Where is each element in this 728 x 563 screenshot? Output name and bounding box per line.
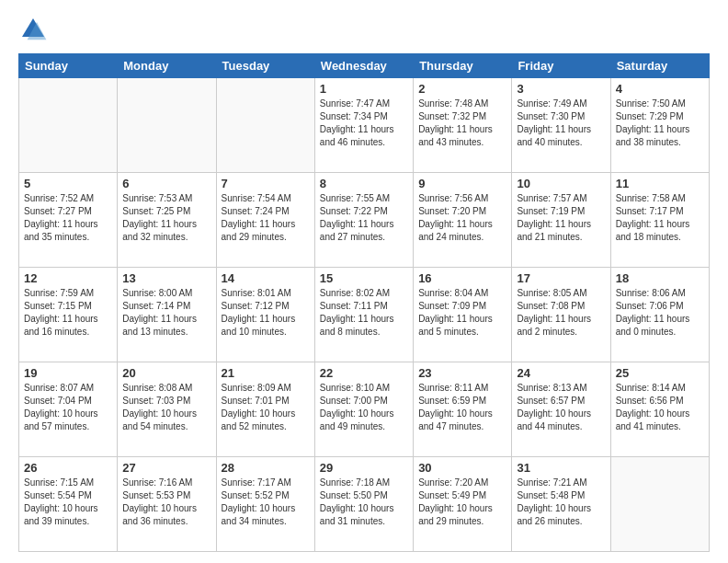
calendar-cell: 27Sunrise: 7:16 AM Sunset: 5:53 PM Dayli…	[118, 457, 216, 552]
day-number: 19	[24, 366, 112, 380]
col-sunday: Sunday	[19, 54, 118, 78]
calendar-cell: 16Sunrise: 8:04 AM Sunset: 7:09 PM Dayli…	[414, 268, 512, 362]
day-info: Sunrise: 8:06 AM Sunset: 7:06 PM Dayligh…	[616, 287, 704, 339]
day-info: Sunrise: 8:11 AM Sunset: 6:59 PM Dayligh…	[418, 382, 506, 433]
day-number: 8	[320, 177, 408, 190]
calendar-cell: 19Sunrise: 8:07 AM Sunset: 7:04 PM Dayli…	[19, 362, 118, 457]
day-number: 3	[517, 82, 605, 96]
day-info: Sunrise: 7:21 AM Sunset: 5:48 PM Dayligh…	[517, 477, 605, 528]
day-info: Sunrise: 8:08 AM Sunset: 7:03 PM Dayligh…	[122, 382, 210, 433]
day-number: 23	[418, 366, 506, 380]
calendar-cell: 7Sunrise: 7:54 AM Sunset: 7:24 PM Daylig…	[216, 173, 314, 268]
calendar-cell: 14Sunrise: 8:01 AM Sunset: 7:12 PM Dayli…	[216, 268, 314, 362]
calendar-week-row: 1Sunrise: 7:47 AM Sunset: 7:34 PM Daylig…	[19, 78, 710, 173]
calendar-cell: 29Sunrise: 7:18 AM Sunset: 5:50 PM Dayli…	[314, 457, 413, 552]
day-info: Sunrise: 7:55 AM Sunset: 7:22 PM Dayligh…	[320, 192, 408, 244]
calendar-cell: 8Sunrise: 7:55 AM Sunset: 7:22 PM Daylig…	[314, 173, 413, 268]
day-info: Sunrise: 7:57 AM Sunset: 7:19 PM Dayligh…	[517, 192, 605, 244]
day-number: 29	[320, 461, 408, 475]
day-info: Sunrise: 7:58 AM Sunset: 7:17 PM Dayligh…	[616, 192, 704, 244]
calendar-cell	[118, 78, 216, 173]
day-info: Sunrise: 7:54 AM Sunset: 7:24 PM Dayligh…	[222, 192, 310, 244]
day-info: Sunrise: 8:05 AM Sunset: 7:08 PM Dayligh…	[517, 287, 605, 339]
day-number: 28	[222, 461, 310, 475]
calendar-cell: 12Sunrise: 7:59 AM Sunset: 7:15 PM Dayli…	[19, 268, 118, 362]
calendar-week-row: 12Sunrise: 7:59 AM Sunset: 7:15 PM Dayli…	[19, 268, 710, 362]
calendar-cell: 10Sunrise: 7:57 AM Sunset: 7:19 PM Dayli…	[512, 173, 610, 268]
day-info: Sunrise: 7:59 AM Sunset: 7:15 PM Dayligh…	[24, 287, 112, 339]
day-info: Sunrise: 7:50 AM Sunset: 7:29 PM Dayligh…	[616, 98, 704, 149]
calendar-cell: 13Sunrise: 8:00 AM Sunset: 7:14 PM Dayli…	[118, 268, 216, 362]
calendar-cell	[610, 457, 709, 552]
day-info: Sunrise: 7:18 AM Sunset: 5:50 PM Dayligh…	[320, 477, 408, 528]
day-number: 25	[616, 366, 704, 380]
day-info: Sunrise: 8:04 AM Sunset: 7:09 PM Dayligh…	[418, 287, 506, 339]
day-info: Sunrise: 8:00 AM Sunset: 7:14 PM Dayligh…	[122, 287, 210, 339]
col-tuesday: Tuesday	[216, 54, 314, 78]
day-number: 6	[122, 177, 210, 190]
day-info: Sunrise: 7:53 AM Sunset: 7:25 PM Dayligh…	[122, 192, 210, 244]
calendar-cell: 24Sunrise: 8:13 AM Sunset: 6:57 PM Dayli…	[512, 362, 610, 457]
day-info: Sunrise: 7:48 AM Sunset: 7:32 PM Dayligh…	[418, 98, 506, 149]
calendar-cell: 21Sunrise: 8:09 AM Sunset: 7:01 PM Dayli…	[216, 362, 314, 457]
day-number: 27	[122, 461, 210, 475]
col-friday: Friday	[512, 54, 610, 78]
day-number: 15	[320, 271, 408, 285]
calendar-cell: 5Sunrise: 7:52 AM Sunset: 7:27 PM Daylig…	[19, 173, 118, 268]
calendar-cell: 18Sunrise: 8:06 AM Sunset: 7:06 PM Dayli…	[610, 268, 709, 362]
day-number: 12	[24, 271, 112, 285]
col-saturday: Saturday	[610, 54, 709, 78]
calendar-cell: 26Sunrise: 7:15 AM Sunset: 5:54 PM Dayli…	[19, 457, 118, 552]
header	[18, 15, 710, 44]
calendar-header-row: Sunday Monday Tuesday Wednesday Thursday…	[19, 54, 710, 78]
day-number: 16	[418, 271, 506, 285]
day-number: 31	[517, 461, 605, 475]
day-number: 9	[418, 177, 506, 190]
day-number: 5	[24, 177, 112, 190]
day-info: Sunrise: 7:15 AM Sunset: 5:54 PM Dayligh…	[24, 477, 112, 528]
day-number: 18	[616, 271, 704, 285]
logo	[18, 15, 51, 44]
day-info: Sunrise: 7:52 AM Sunset: 7:27 PM Dayligh…	[24, 192, 112, 244]
calendar-cell: 22Sunrise: 8:10 AM Sunset: 7:00 PM Dayli…	[314, 362, 413, 457]
day-info: Sunrise: 8:10 AM Sunset: 7:00 PM Dayligh…	[320, 382, 408, 433]
day-number: 24	[517, 366, 605, 380]
day-number: 10	[517, 177, 605, 190]
calendar-cell: 2Sunrise: 7:48 AM Sunset: 7:32 PM Daylig…	[414, 78, 512, 173]
day-number: 11	[616, 177, 704, 190]
calendar-week-row: 19Sunrise: 8:07 AM Sunset: 7:04 PM Dayli…	[19, 362, 710, 457]
calendar-cell: 31Sunrise: 7:21 AM Sunset: 5:48 PM Dayli…	[512, 457, 610, 552]
calendar-cell: 9Sunrise: 7:56 AM Sunset: 7:20 PM Daylig…	[414, 173, 512, 268]
calendar-cell: 15Sunrise: 8:02 AM Sunset: 7:11 PM Dayli…	[314, 268, 413, 362]
day-number: 20	[122, 366, 210, 380]
day-info: Sunrise: 7:16 AM Sunset: 5:53 PM Dayligh…	[122, 477, 210, 528]
calendar-cell: 23Sunrise: 8:11 AM Sunset: 6:59 PM Dayli…	[414, 362, 512, 457]
day-info: Sunrise: 8:14 AM Sunset: 6:56 PM Dayligh…	[616, 382, 704, 433]
day-info: Sunrise: 7:17 AM Sunset: 5:52 PM Dayligh…	[222, 477, 310, 528]
calendar-cell	[19, 78, 118, 173]
day-number: 1	[320, 82, 408, 96]
day-info: Sunrise: 8:07 AM Sunset: 7:04 PM Dayligh…	[24, 382, 112, 433]
day-info: Sunrise: 8:09 AM Sunset: 7:01 PM Dayligh…	[222, 382, 310, 433]
day-info: Sunrise: 7:56 AM Sunset: 7:20 PM Dayligh…	[418, 192, 506, 244]
day-info: Sunrise: 8:02 AM Sunset: 7:11 PM Dayligh…	[320, 287, 408, 339]
day-number: 7	[222, 177, 310, 190]
calendar-cell: 11Sunrise: 7:58 AM Sunset: 7:17 PM Dayli…	[610, 173, 709, 268]
col-thursday: Thursday	[414, 54, 512, 78]
calendar-week-row: 5Sunrise: 7:52 AM Sunset: 7:27 PM Daylig…	[19, 173, 710, 268]
calendar-cell: 28Sunrise: 7:17 AM Sunset: 5:52 PM Dayli…	[216, 457, 314, 552]
calendar-cell: 25Sunrise: 8:14 AM Sunset: 6:56 PM Dayli…	[610, 362, 709, 457]
calendar-cell: 1Sunrise: 7:47 AM Sunset: 7:34 PM Daylig…	[314, 78, 413, 173]
col-wednesday: Wednesday	[314, 54, 413, 78]
day-info: Sunrise: 7:49 AM Sunset: 7:30 PM Dayligh…	[517, 98, 605, 149]
calendar-cell: 4Sunrise: 7:50 AM Sunset: 7:29 PM Daylig…	[610, 78, 709, 173]
day-number: 21	[222, 366, 310, 380]
calendar-cell: 6Sunrise: 7:53 AM Sunset: 7:25 PM Daylig…	[118, 173, 216, 268]
day-info: Sunrise: 8:01 AM Sunset: 7:12 PM Dayligh…	[222, 287, 310, 339]
calendar-cell: 17Sunrise: 8:05 AM Sunset: 7:08 PM Dayli…	[512, 268, 610, 362]
day-number: 22	[320, 366, 408, 380]
day-number: 2	[418, 82, 506, 96]
day-info: Sunrise: 7:20 AM Sunset: 5:49 PM Dayligh…	[418, 477, 506, 528]
calendar-cell: 3Sunrise: 7:49 AM Sunset: 7:30 PM Daylig…	[512, 78, 610, 173]
day-number: 17	[517, 271, 605, 285]
